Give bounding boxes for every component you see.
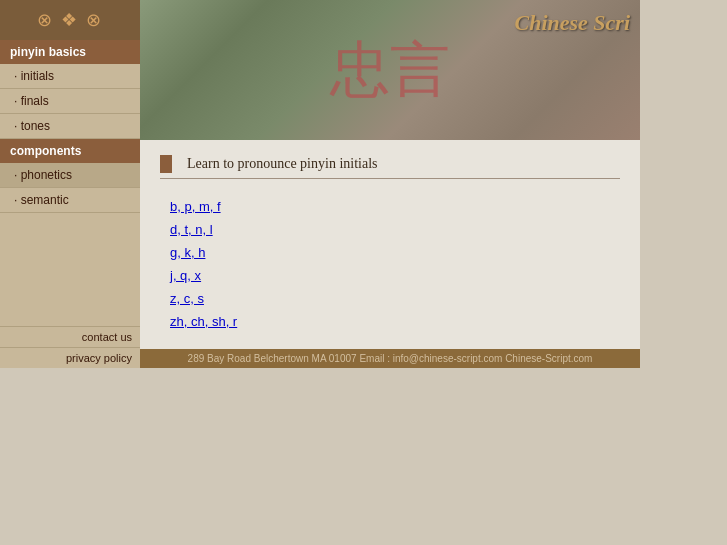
nav-pinyin-basics[interactable]: pinyin basics (0, 40, 140, 64)
footer-text: 289 Bay Road Belchertown MA 01007 Email … (188, 353, 593, 364)
nav-finals[interactable]: · finals (0, 89, 140, 114)
contact-link[interactable]: contact us (0, 326, 140, 347)
content-area: Learn to pronounce pinyin initials b, p,… (140, 140, 640, 349)
footer: 289 Bay Road Belchertown MA 01007 Email … (140, 349, 640, 368)
nav-section-components: components · phonetics · semantic (0, 139, 140, 213)
nav-phonetics[interactable]: · phonetics (0, 163, 140, 188)
initial-link-gkh[interactable]: g, k, h (170, 245, 610, 260)
nav-tones[interactable]: · tones (0, 114, 140, 139)
nav-initials[interactable]: · initials (0, 64, 140, 89)
logo-area: ⊗ ❖ ⊗ (0, 0, 140, 40)
initial-link-zhchshr[interactable]: zh, ch, sh, r (170, 314, 610, 329)
initial-link-zcs[interactable]: z, c, s (170, 291, 610, 306)
contact-section: contact us privacy policy (0, 326, 140, 368)
initial-link-jqx[interactable]: j, q, x (170, 268, 610, 283)
nav-semantic[interactable]: · semantic (0, 188, 140, 213)
privacy-link[interactable]: privacy policy (0, 347, 140, 368)
main-content: 忠言 Chinese Scri Learn to pronounce pinyi… (140, 0, 640, 368)
initials-list: b, p, m, fd, t, n, lg, k, hj, q, xz, c, … (160, 194, 620, 334)
hero-chinese-chars: 忠言 (330, 30, 450, 111)
content-title: Learn to pronounce pinyin initials (187, 156, 378, 172)
nav-spacer (0, 213, 140, 223)
initial-link-bpmf[interactable]: b, p, m, f (170, 199, 610, 214)
logo-decoration: ⊗ ❖ ⊗ (37, 9, 103, 31)
header-icon (160, 155, 172, 173)
initial-link-dtnl[interactable]: d, t, n, l (170, 222, 610, 237)
sidebar: ⊗ ❖ ⊗ pinyin basics · initials · finals … (0, 0, 140, 368)
hero-image: 忠言 Chinese Scri (140, 0, 640, 140)
site-title: Chinese Scri (514, 10, 630, 36)
nav-section-pinyin: pinyin basics · initials · finals · tone… (0, 40, 140, 139)
nav-components[interactable]: components (0, 139, 140, 163)
content-header: Learn to pronounce pinyin initials (160, 155, 620, 179)
